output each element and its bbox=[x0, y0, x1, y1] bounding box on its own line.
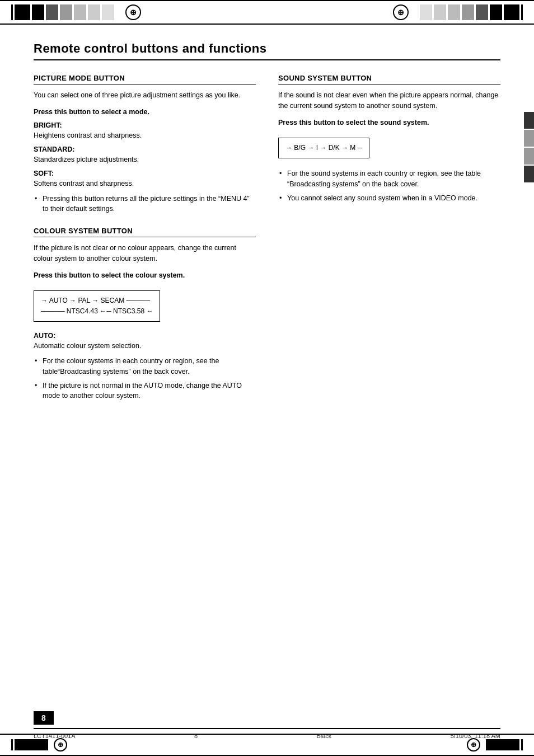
picture-mode-section: PICTURE MODE button You can select one o… bbox=[34, 74, 256, 214]
bullet-item: For the sound systems in each country or… bbox=[278, 168, 500, 190]
colour-system-bullets: For the colour systems in each country o… bbox=[34, 356, 256, 401]
bullet-item: If the picture is not normal in the AUTO… bbox=[34, 381, 256, 402]
picture-mode-instruction: Press this button to select a mode. bbox=[34, 107, 256, 118]
bullet-item: For the colour systems in each country o… bbox=[34, 356, 256, 377]
right-segment-group bbox=[420, 4, 523, 20]
bullet-item: Pressing this button returns all the pic… bbox=[34, 194, 256, 215]
registration-mark-left: ⊕ bbox=[125, 4, 141, 20]
colour-system-section: COLOUR SYSTEM button If the picture is n… bbox=[34, 227, 256, 401]
sound-flow-line-1: → B/G → I → D/K → M ─ bbox=[285, 143, 362, 153]
bright-body: Heightens contrast and sharpness. bbox=[34, 130, 256, 141]
sound-system-bullets: For the sound systems in each country or… bbox=[278, 168, 500, 203]
two-column-layout: PICTURE MODE button You can select one o… bbox=[34, 74, 500, 414]
colour-flow-diagram: → AUTO → PAL → SECAM ───── ───── NTSC4.4… bbox=[34, 290, 160, 322]
page: ⊕ ⊕ Remote control buttons and functions bbox=[0, 0, 534, 756]
colour-system-header: COLOUR SYSTEM button bbox=[34, 227, 256, 237]
right-column: SOUND SYSTEM button If the sound is not … bbox=[278, 74, 500, 414]
picture-mode-header: PICTURE MODE button bbox=[34, 74, 256, 84]
sound-system-instruction: Press this button to select the sound sy… bbox=[278, 118, 500, 128]
sound-system-intro: If the sound is not clear even when the … bbox=[278, 90, 500, 111]
soft-body: Softens contrast and sharpness. bbox=[34, 179, 256, 189]
standard-heading: STANDARD: bbox=[34, 145, 256, 153]
bottom-decoration: ⊕ ⊕ bbox=[0, 734, 534, 756]
auto-heading: AUTO: bbox=[34, 332, 256, 340]
content-area: Remote control buttons and functions PIC… bbox=[0, 25, 534, 458]
page-title: Remote control buttons and functions bbox=[34, 41, 500, 60]
sound-system-header: SOUND SYSTEM button bbox=[278, 74, 500, 84]
picture-mode-bullets: Pressing this button returns all the pic… bbox=[34, 194, 256, 215]
bottom-reg-right: ⊕ bbox=[467, 738, 480, 752]
registration-mark-right-top: ⊕ bbox=[393, 4, 409, 20]
colour-system-intro: If the picture is not clear or no colour… bbox=[34, 243, 256, 264]
sound-flow-diagram: → B/G → I → D/K → M ─ bbox=[278, 138, 369, 158]
bullet-item: You cannot select any sound system when … bbox=[278, 193, 500, 204]
top-decoration: ⊕ ⊕ bbox=[0, 0, 534, 25]
bright-heading: BRIGHT: bbox=[34, 121, 256, 129]
left-column: PICTURE MODE button You can select one o… bbox=[34, 74, 256, 414]
colour-system-instruction: Press this button to select the colour s… bbox=[34, 271, 256, 281]
bottom-left-segments bbox=[11, 739, 48, 750]
picture-mode-intro: You can select one of three picture adju… bbox=[34, 90, 256, 101]
flow-line-1: → AUTO → PAL → SECAM ───── bbox=[41, 295, 153, 306]
page-number-box: 8 bbox=[34, 711, 54, 725]
flow-line-2: ───── NTSC4.43 ←─ NTSC3.58 ← bbox=[41, 306, 153, 317]
auto-body: Automatic colour system selection. bbox=[34, 341, 256, 351]
bottom-rule bbox=[34, 728, 500, 729]
right-decorative-strip bbox=[524, 112, 534, 182]
standard-body: Standardizes picture adjustments. bbox=[34, 154, 256, 165]
bottom-reg-left: ⊕ bbox=[54, 738, 67, 752]
soft-heading: SOFT: bbox=[34, 170, 256, 177]
bottom-right-segments bbox=[486, 739, 523, 750]
sound-system-section: SOUND SYSTEM button If the sound is not … bbox=[278, 74, 500, 203]
left-segment-group bbox=[11, 4, 114, 20]
